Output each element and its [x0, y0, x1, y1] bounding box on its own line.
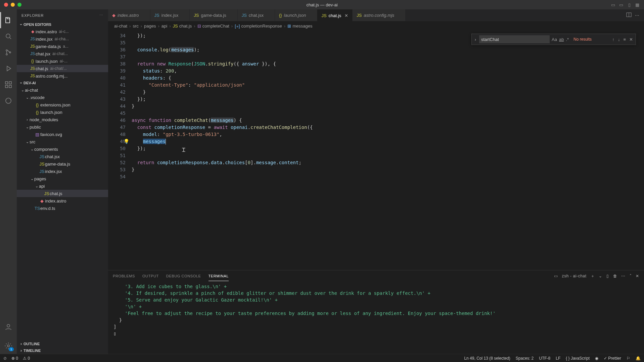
find-prev-icon[interactable]: ↑: [612, 37, 614, 42]
tree-file[interactable]: ▧favicon.svg: [17, 131, 108, 138]
code-line[interactable]: });: [132, 96, 644, 103]
activity-search-icon[interactable]: [0, 28, 16, 44]
project-section[interactable]: ›DEV-AI: [17, 80, 108, 86]
breadcrumb-item[interactable]: api: [162, 24, 167, 29]
status-feedback-icon[interactable]: ⚐: [627, 356, 630, 361]
tree-file[interactable]: ◆index.astro: [17, 197, 108, 205]
open-editor-item[interactable]: JS chat.jsx ai-chat...: [17, 50, 108, 57]
open-editor-item[interactable]: {} launch.json ai-...: [17, 57, 108, 65]
code-line[interactable]: model: "gpt-3.5-turbo-0613",: [132, 131, 644, 138]
activity-explorer-icon[interactable]: [0, 12, 16, 28]
layout-toggle-secondary-icon[interactable]: ▯: [626, 1, 633, 8]
tab-index.astro[interactable]: ◆ index.astro ✕: [108, 9, 150, 21]
status-encoding[interactable]: UTF-8: [539, 356, 550, 361]
breadcrumb-item[interactable]: ⊞ messages: [287, 24, 312, 29]
breadcrumb-item[interactable]: [∘] completionResponse: [235, 24, 282, 29]
status-remote-icon[interactable]: ⊘: [3, 356, 7, 361]
find-match-case-icon[interactable]: Aa: [552, 37, 557, 42]
code-line[interactable]: console.log(messages);: [132, 46, 644, 53]
tree-file[interactable]: JSgame-data.js: [17, 160, 108, 168]
tab-chat.js[interactable]: JS chat.js ✕: [317, 9, 353, 21]
activity-debug-icon[interactable]: [0, 60, 16, 77]
tree-folder[interactable]: ⌄pages: [17, 175, 108, 182]
status-spaces[interactable]: Spaces: 2: [516, 356, 534, 361]
layout-toggle-panel-icon[interactable]: ▭: [618, 1, 625, 8]
tree-folder[interactable]: ⌄public: [17, 123, 108, 131]
tree-file[interactable]: JSchat.jsx: [17, 153, 108, 160]
code-line[interactable]: return completionResponse.data.choices[0…: [132, 159, 644, 166]
code-line[interactable]: [132, 152, 644, 159]
tab-index.jsx[interactable]: JS index.jsx ✕: [150, 9, 190, 21]
panel-more-icon[interactable]: ⋯: [621, 274, 626, 278]
code-editor[interactable]: 3435363738394041424344454647484950515253…: [108, 30, 644, 270]
tree-file[interactable]: JSchat.js: [17, 190, 108, 197]
tree-folder[interactable]: ⌄ai-chat: [17, 86, 108, 94]
panel-tab-output[interactable]: OUTPUT: [142, 271, 159, 281]
open-editor-item[interactable]: JS game-data.js a...: [17, 43, 108, 50]
tree-folder[interactable]: ⌄.vscode: [17, 94, 108, 101]
status-eol[interactable]: LF: [556, 356, 560, 361]
find-next-icon[interactable]: ↓: [618, 37, 620, 42]
open-editors-section[interactable]: ›OPEN EDITORS: [17, 21, 108, 28]
tab-close-icon[interactable]: ✕: [344, 13, 348, 18]
timeline-section[interactable]: ›TIMELINE: [17, 347, 108, 354]
activity-account-icon[interactable]: [0, 319, 16, 335]
tree-file[interactable]: TSenv.d.ts: [17, 205, 108, 212]
sidebar-more-icon[interactable]: ⋯: [99, 13, 103, 17]
code-line[interactable]: 💡 messages: [132, 138, 644, 145]
code-line[interactable]: "Content-Type": "application/json": [132, 82, 644, 89]
activity-extensions-icon[interactable]: [0, 77, 16, 93]
find-expand-icon[interactable]: ›: [472, 37, 479, 42]
tab-game-data.js[interactable]: JS game-data.js ✕: [190, 9, 237, 21]
terminal-name[interactable]: zsh - ai-chat: [562, 274, 587, 278]
code-line[interactable]: status: 200,: [132, 67, 644, 75]
find-close-icon[interactable]: ✕: [629, 37, 633, 42]
panel-maximize-icon[interactable]: ˄: [630, 274, 632, 278]
code-line[interactable]: const completionResponse = await openai.…: [132, 124, 644, 131]
lightbulb-icon[interactable]: 💡: [124, 138, 129, 145]
open-editor-item[interactable]: ✕ JS chat.js ai-chat/...: [17, 65, 108, 72]
tab-astro.config.mjs[interactable]: JS astro.config.mjs ✕: [353, 9, 406, 21]
code-line[interactable]: return new Response(JSON.stringify({ ans…: [132, 60, 644, 67]
breadcrumb-item[interactable]: JS chat.js: [173, 24, 192, 29]
find-regex-icon[interactable]: .*: [566, 37, 569, 42]
status-copilot-icon[interactable]: ◉: [595, 356, 598, 361]
layout-toggle-primary-icon[interactable]: ▭: [610, 1, 616, 8]
customize-layout-icon[interactable]: ▦: [634, 1, 641, 8]
close-window-button[interactable]: [4, 3, 8, 7]
minimize-window-button[interactable]: [11, 3, 15, 7]
code-line[interactable]: [132, 173, 644, 180]
maximize-window-button[interactable]: [17, 3, 21, 7]
code-line[interactable]: headers: {: [132, 75, 644, 82]
tree-folder[interactable]: ⌄api: [17, 182, 108, 190]
terminal-output[interactable]: '3. Add ice cubes to the glass.\n' + '4.…: [108, 282, 644, 354]
breadcrumbs[interactable]: ai-chat›src›pages›api›JS chat.js›⊟ compl…: [108, 21, 644, 30]
terminal-kill-icon[interactable]: 🗑: [613, 274, 617, 278]
panel-tab-terminal[interactable]: TERMINAL: [209, 271, 229, 281]
tab-more-icon[interactable]: ⋯: [635, 13, 639, 18]
code-line[interactable]: });: [132, 145, 644, 152]
tree-file[interactable]: {}extensions.json: [17, 101, 108, 108]
code-line[interactable]: [132, 53, 644, 60]
open-editor-item[interactable]: JS index.jsx ai-cha...: [17, 35, 108, 43]
tree-file[interactable]: JSindex.jsx: [17, 168, 108, 175]
tree-folder[interactable]: ›node_modules: [17, 116, 108, 123]
tab-launch.json[interactable]: {} launch.json ✕: [275, 9, 317, 21]
activity-settings-icon[interactable]: 1: [0, 338, 16, 354]
status-prettier[interactable]: ✓ Prettier: [604, 356, 621, 361]
find-selection-icon[interactable]: ≡: [623, 37, 626, 42]
open-editor-item[interactable]: ◆ index.astro ai-c...: [17, 28, 108, 35]
breadcrumb-item[interactable]: ⊟ completeChat: [197, 24, 229, 29]
code-line[interactable]: async function completeChat(messages) {: [132, 117, 644, 124]
terminal-split-icon[interactable]: ▯: [606, 274, 609, 278]
status-warnings[interactable]: ⚠ 0: [23, 356, 30, 361]
status-language[interactable]: { } JavaScript: [566, 356, 590, 361]
tree-folder[interactable]: ⌄components: [17, 145, 108, 153]
activity-scm-icon[interactable]: [0, 44, 16, 60]
panel-close-icon[interactable]: ✕: [636, 274, 639, 278]
find-whole-word-icon[interactable]: ab: [559, 37, 564, 42]
status-bell-icon[interactable]: 🔔: [636, 356, 641, 361]
code-line[interactable]: }: [132, 89, 644, 96]
open-editor-item[interactable]: JS astro.config.mj...: [17, 72, 108, 80]
code-line[interactable]: }: [132, 103, 644, 110]
